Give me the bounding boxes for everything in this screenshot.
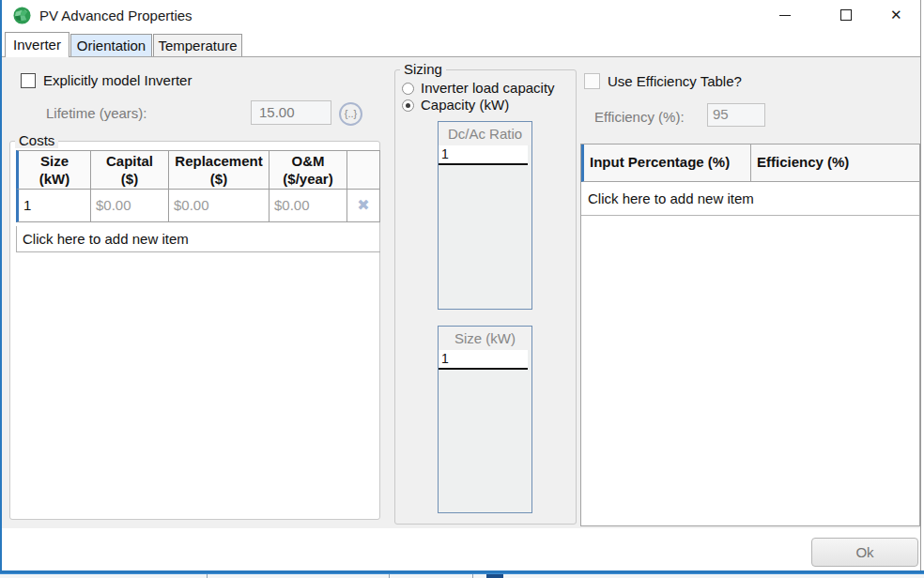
costs-header-capital: Capital($) xyxy=(91,151,169,189)
use-efficiency-table-checkbox[interactable] xyxy=(584,73,600,89)
minimize-icon xyxy=(779,15,791,16)
costs-cell-capital[interactable]: $0.00 xyxy=(91,190,169,221)
size-kw-table: Size (kW) 1 xyxy=(438,326,532,513)
dcac-ratio-cell[interactable]: 1 xyxy=(439,145,528,165)
strip-divider xyxy=(472,574,473,578)
costs-header-om: O&M($/year) xyxy=(270,151,347,189)
close-button[interactable]: ✕ xyxy=(883,0,913,30)
tab-inverter[interactable]: Inverter xyxy=(5,32,69,57)
costs-table-header-row: Size(kW) Capital($) Replacement($) O&M($… xyxy=(16,150,380,190)
pv-advanced-properties-window: PV Advanced Properties ✕ Inverter Orient… xyxy=(0,0,924,578)
efficiency-table: Input Percentage (%) Efficiency (%) Clic… xyxy=(580,144,920,526)
inverter-load-capacity-radio[interactable] xyxy=(402,83,414,95)
costs-add-new-item-row[interactable]: Click here to add new item xyxy=(16,226,380,252)
sizing-group: Sizing Inverter load capacity Capacity (… xyxy=(394,69,577,525)
costs-header-replacement: Replacement($) xyxy=(169,151,270,189)
efficiency-table-header-row: Input Percentage (%) Efficiency (%) xyxy=(581,144,919,182)
dialog-footer: Ok xyxy=(2,528,920,570)
window-border-right xyxy=(920,0,921,570)
background-windows-strip xyxy=(0,573,924,578)
inverter-load-capacity-label: Inverter load capacity xyxy=(421,80,555,96)
tab-bar: Inverter Orientation Temperature xyxy=(2,32,920,56)
input-percentage-header: Input Percentage (%) xyxy=(584,144,751,181)
capacity-kw-radio[interactable] xyxy=(402,99,414,112)
efficiency-input: 95 xyxy=(707,103,765,127)
efficiency-percent-label: Efficiency (%): xyxy=(594,109,685,125)
costs-group-label: Costs xyxy=(15,132,58,148)
costs-header-actions xyxy=(347,151,379,189)
inverter-tab-page: Explicitly model Inverter Lifetime (year… xyxy=(2,56,920,528)
maximize-button[interactable] xyxy=(831,0,861,30)
costs-cell-om[interactable]: $0.00 xyxy=(270,190,347,221)
costs-group: Costs Size(kW) Capital($) Replacement($)… xyxy=(9,141,380,520)
strip-divider xyxy=(389,574,390,578)
lifetime-label: Lifetime (years): xyxy=(46,105,147,121)
tab-orientation[interactable]: Orientation xyxy=(70,34,152,57)
minimize-button[interactable] xyxy=(770,0,800,30)
size-kw-cell[interactable]: 1 xyxy=(439,350,528,370)
close-icon: ✕ xyxy=(890,7,902,23)
lifetime-input: 15.00 xyxy=(251,100,331,125)
capacity-kw-label: Capacity (kW) xyxy=(421,97,509,113)
strip-accent xyxy=(486,574,503,578)
costs-header-size: Size(kW) xyxy=(19,151,91,189)
globe-green-icon xyxy=(13,7,31,24)
expression-builder-button: {..} xyxy=(339,102,362,126)
explicitly-model-inverter-checkbox[interactable] xyxy=(21,73,36,88)
use-efficiency-table-label: Use Efficiency Table? xyxy=(608,73,742,89)
strip-divider xyxy=(207,574,208,578)
maximize-icon xyxy=(840,9,852,21)
costs-cell-replacement[interactable]: $0.00 xyxy=(169,190,270,221)
title-bar: PV Advanced Properties ✕ xyxy=(2,0,920,32)
efficiency-add-new-item-row[interactable]: Click here to add new item xyxy=(581,182,919,216)
explicitly-model-inverter-label: Explicitly model Inverter xyxy=(43,72,192,88)
sizing-group-label: Sizing xyxy=(400,61,446,77)
costs-table-row: 1 $0.00 $0.00 $0.00 ✖ xyxy=(16,190,380,222)
size-kw-header: Size (kW) xyxy=(439,327,531,350)
dcac-ratio-header: Dc/Ac Ratio xyxy=(439,122,531,145)
tab-temperature[interactable]: Temperature xyxy=(153,34,242,57)
dcac-ratio-table: Dc/Ac Ratio 1 xyxy=(438,121,532,310)
ok-button[interactable]: Ok xyxy=(811,538,918,567)
delete-row-icon[interactable]: ✖ xyxy=(347,190,379,221)
costs-cell-size[interactable]: 1 xyxy=(19,190,91,221)
window-title: PV Advanced Properties xyxy=(39,8,192,23)
efficiency-header: Efficiency (%) xyxy=(751,144,919,181)
